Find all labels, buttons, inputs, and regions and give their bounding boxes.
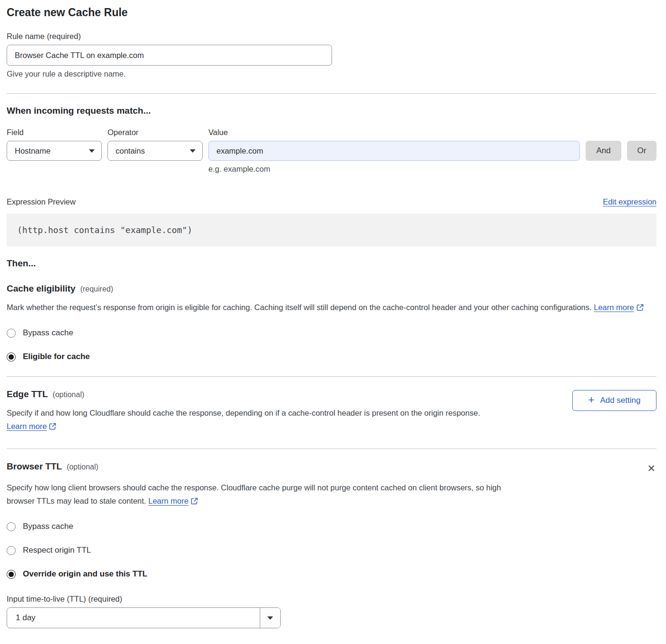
chevron-down-icon	[190, 149, 196, 153]
browser-ttl-description: Specify how long client browsers should …	[7, 481, 520, 508]
cache-eligibility-radio-group: Bypass cache Eligible for cache	[7, 328, 656, 361]
ttl-select-value: 1 day	[7, 608, 260, 628]
plus-icon: +	[588, 395, 595, 405]
radio-bypass-cache[interactable]: Bypass cache	[7, 522, 656, 531]
rule-name-helper: Give your rule a descriptive name.	[7, 69, 656, 78]
operator-select[interactable]: contains	[108, 141, 203, 161]
expression-code-block: (http.host contains "example.com")	[7, 214, 656, 246]
create-cache-rule-form: Create new Cache Rule Rule name (require…	[0, 0, 666, 638]
radio-icon[interactable]	[7, 522, 16, 531]
radio-icon[interactable]	[7, 352, 16, 361]
match-condition-row: Field Operator Value Hostname contains A…	[7, 128, 656, 174]
operator-label: Operator	[108, 128, 203, 137]
edge-ttl-section: Edge TTL (optional) Specify if and how l…	[7, 389, 656, 434]
edge-ttl-description: Specify if and how long Cloudflare shoul…	[7, 406, 528, 434]
edge-ttl-title: Edge TTL	[7, 389, 48, 400]
radio-label: Bypass cache	[23, 522, 73, 531]
cache-eligibility-description: Mark whether the request’s response from…	[7, 301, 656, 315]
value-input[interactable]	[208, 141, 580, 161]
rule-name-label: Rule name (required)	[7, 32, 656, 41]
add-setting-button[interactable]: + Add setting	[572, 390, 656, 411]
optional-badge: (optional)	[53, 390, 85, 399]
external-link-icon	[637, 302, 644, 315]
rule-name-input[interactable]	[7, 45, 332, 66]
chevron-down-icon	[89, 149, 95, 153]
external-link-icon	[49, 420, 56, 434]
field-select[interactable]: Hostname	[7, 141, 102, 161]
field-select-value: Hostname	[15, 146, 50, 156]
browser-ttl-section: Browser TTL (optional) ✕ Specify how lon…	[7, 461, 656, 628]
cache-eligibility-title-row: Cache eligibility (required)	[7, 283, 656, 294]
learn-more-link[interactable]: Learn more	[594, 303, 634, 312]
add-setting-label: Add setting	[600, 396, 640, 405]
field-label: Field	[7, 128, 102, 137]
cache-eligibility-title: Cache eligibility	[7, 283, 76, 294]
divider	[7, 449, 656, 449]
external-link-icon	[191, 495, 198, 508]
and-button[interactable]: And	[586, 141, 621, 161]
browser-ttl-title-row: Browser TTL (optional)	[7, 461, 98, 472]
learn-more-link[interactable]: Learn more	[7, 422, 47, 430]
radio-label: Override origin and use this TTL	[23, 569, 147, 579]
cache-eligibility-section: Cache eligibility (required) Mark whethe…	[7, 283, 656, 361]
value-helper: e.g. example.com	[208, 165, 580, 174]
radio-respect-origin-ttl[interactable]: Respect origin TTL	[7, 546, 656, 555]
radio-icon[interactable]	[7, 570, 16, 579]
description-text: Mark whether the request’s response from…	[7, 303, 592, 312]
edit-expression-link[interactable]: Edit expression	[603, 197, 656, 206]
radio-icon[interactable]	[7, 329, 16, 338]
description-text: Specify how long client browsers should …	[7, 483, 501, 505]
radio-label: Respect origin TTL	[23, 546, 91, 555]
divider	[7, 376, 656, 377]
expression-preview-row: Expression Preview Edit expression	[7, 197, 656, 206]
value-label: Value	[208, 128, 580, 137]
required-badge: (required)	[80, 285, 113, 293]
optional-badge: (optional)	[67, 463, 98, 471]
page-title: Create new Cache Rule	[7, 6, 656, 19]
then-heading: Then...	[7, 258, 656, 269]
close-icon[interactable]: ✕	[646, 462, 656, 474]
radio-eligible-for-cache[interactable]: Eligible for cache	[7, 352, 656, 361]
edge-ttl-title-row: Edge TTL (optional)	[7, 389, 572, 400]
radio-label: Eligible for cache	[23, 352, 90, 361]
browser-ttl-title: Browser TTL	[7, 461, 62, 472]
radio-icon[interactable]	[7, 546, 16, 555]
match-section-heading: When incoming requests match...	[7, 106, 656, 116]
chevron-down-icon	[260, 608, 280, 628]
description-text: Specify if and how long Cloudflare shoul…	[7, 409, 480, 417]
learn-more-link[interactable]: Learn more	[148, 497, 188, 505]
ttl-select[interactable]: 1 day	[7, 607, 281, 628]
radio-bypass-cache[interactable]: Bypass cache	[7, 328, 656, 338]
radio-override-origin-ttl[interactable]: Override origin and use this TTL	[7, 569, 656, 579]
or-button[interactable]: Or	[627, 141, 656, 161]
divider	[7, 93, 656, 94]
ttl-input-label: Input time-to-live (TTL) (required)	[7, 595, 656, 604]
operator-select-value: contains	[116, 146, 145, 156]
browser-ttl-radio-group: Bypass cache Respect origin TTL Override…	[7, 522, 656, 579]
expression-preview-label: Expression Preview	[7, 197, 76, 206]
radio-label: Bypass cache	[23, 328, 73, 338]
